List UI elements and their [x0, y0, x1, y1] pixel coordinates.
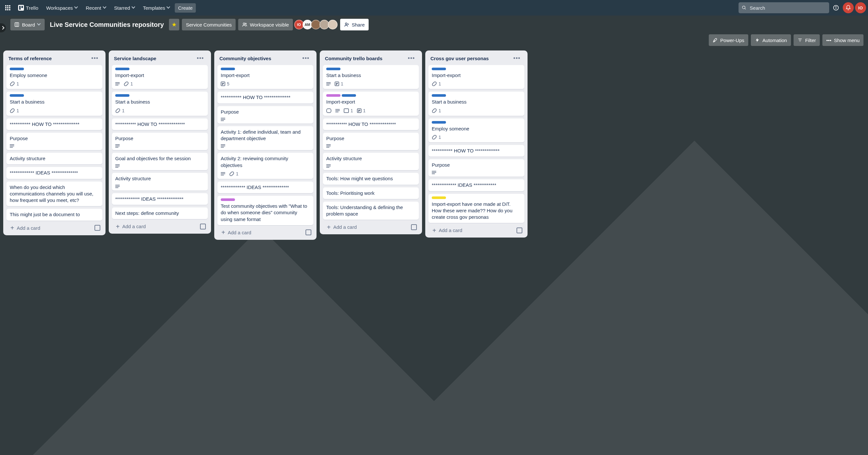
card[interactable]: Activity structure [6, 153, 102, 164]
trello-icon [221, 82, 225, 86]
card-label-blue[interactable] [115, 68, 129, 70]
add-card-button[interactable]: +Add a card [8, 224, 94, 232]
card[interactable]: Import-export5 [217, 65, 313, 89]
card-template-button[interactable] [94, 225, 100, 231]
card[interactable]: *********** HOW TO ************** [6, 118, 102, 130]
card-label-blue[interactable] [326, 68, 340, 70]
nav-workspaces[interactable]: Workspaces [43, 3, 81, 12]
logo[interactable]: Trello [15, 3, 42, 12]
card-label-blue[interactable] [10, 94, 24, 97]
card-template-button[interactable] [200, 223, 206, 230]
info-button[interactable] [831, 2, 841, 13]
card[interactable]: ************* IDEAS ************** [6, 167, 102, 179]
list-title[interactable]: Cross gov user personas [430, 56, 489, 61]
card[interactable]: Purpose [112, 133, 208, 150]
card[interactable]: Import-export1 [429, 65, 524, 89]
member-avatar[interactable] [328, 20, 338, 29]
card-template-button[interactable] [517, 228, 522, 233]
list-menu-button[interactable]: ••• [512, 54, 522, 62]
card[interactable]: Purpose [6, 133, 102, 150]
card-template-button[interactable] [306, 230, 311, 235]
card[interactable]: Activity structure [323, 153, 419, 170]
card[interactable]: Test community objectives with "What to … [217, 196, 313, 225]
card[interactable]: Start a business1 [112, 92, 208, 116]
card[interactable]: ************* IDEAS ************** [217, 182, 313, 193]
board-canvas[interactable]: Terms of reference•••Employ someone1Star… [0, 49, 868, 455]
card[interactable]: This might just be a document to [6, 209, 102, 220]
card[interactable]: Import-export have one made at DiT. How … [429, 194, 524, 223]
card[interactable]: Goal and objectives for the session [112, 153, 208, 170]
board-members[interactable]: IO AM [296, 20, 338, 29]
card-title: Import-export [221, 72, 310, 79]
card[interactable]: Start a business1 [429, 92, 524, 116]
search-input[interactable] [749, 5, 826, 11]
card-label-blue[interactable] [432, 94, 446, 97]
card[interactable]: *********** HOW TO ************** [112, 118, 208, 130]
app-switcher[interactable] [2, 3, 13, 12]
notifications-button[interactable] [843, 2, 854, 13]
card[interactable]: ************* IDEAS ************** [112, 193, 208, 205]
list-menu-button[interactable]: ••• [195, 54, 206, 62]
view-switcher[interactable]: Board [10, 19, 45, 30]
list-menu-button[interactable]: ••• [300, 54, 311, 62]
list-title[interactable]: Community trello boards [325, 56, 382, 61]
card[interactable]: Tools: Prioritising work [323, 187, 419, 199]
show-menu-button[interactable]: ••• Show menu [823, 34, 864, 46]
card[interactable]: Purpose [217, 106, 313, 124]
card[interactable]: Activity 2: reviewing community objectiv… [217, 153, 313, 179]
card-label-blue[interactable] [115, 94, 129, 97]
card-badge-desc [115, 82, 120, 85]
card[interactable]: Import-export11 [323, 92, 419, 116]
card[interactable]: Activity 1: define individual, team and … [217, 126, 313, 150]
power-ups-button[interactable]: Power-Ups [709, 34, 748, 46]
list-menu-button[interactable]: ••• [406, 54, 417, 62]
card-label-blue[interactable] [10, 68, 24, 70]
card[interactable]: Import-export1 [112, 65, 208, 89]
card-label-purple[interactable] [221, 199, 235, 201]
add-card-button[interactable]: +Add a card [114, 222, 200, 231]
user-avatar[interactable]: IO [855, 2, 866, 13]
card-label-blue[interactable] [432, 121, 446, 124]
card-label-blue[interactable] [342, 94, 356, 97]
card[interactable]: Tools: How might we questions [323, 173, 419, 184]
add-card-button[interactable]: +Add a card [325, 223, 411, 231]
card-label-yellow[interactable] [432, 196, 446, 199]
list-title[interactable]: Community objectives [219, 56, 271, 61]
create-button[interactable]: Create [175, 3, 196, 12]
card[interactable]: Start a business1 [6, 92, 102, 116]
card[interactable]: Activity structure [112, 173, 208, 190]
workspace-link[interactable]: Service Communities [182, 19, 236, 30]
card[interactable]: ************* IDEAS ************ [429, 179, 524, 191]
card-label-blue[interactable] [432, 68, 446, 70]
list-title[interactable]: Terms of reference [8, 56, 52, 61]
add-card-button[interactable]: +Add a card [219, 229, 306, 237]
board-title[interactable]: Live Service Communities repository [47, 20, 166, 30]
chevron-down-icon [75, 6, 78, 9]
filter-button[interactable]: Filter [794, 34, 820, 46]
card[interactable]: Tools: Understanding & defining the prob… [323, 202, 419, 220]
card[interactable]: Purpose [323, 133, 419, 150]
share-button[interactable]: Share [340, 19, 369, 30]
nav-starred[interactable]: Starred [111, 3, 138, 12]
card[interactable]: Purpose [429, 159, 524, 177]
card[interactable]: Employ someone1 [6, 65, 102, 89]
card[interactable]: Employ someone1 [429, 118, 524, 142]
search-box[interactable] [739, 2, 829, 13]
star-button[interactable]: ★ [169, 19, 179, 30]
nav-templates[interactable]: Templates [140, 3, 174, 12]
card[interactable]: *********** HOW TO ************* [429, 145, 524, 157]
card-label-purple[interactable] [326, 94, 340, 97]
card[interactable]: Start a business1 [323, 65, 419, 89]
nav-recent[interactable]: Recent [83, 3, 110, 12]
card[interactable]: *********** HOW TO ************** [323, 118, 419, 130]
card-template-button[interactable] [411, 224, 417, 230]
card[interactable]: When do you decid which communications c… [6, 182, 102, 207]
card-label-blue[interactable] [221, 68, 235, 70]
add-card-button[interactable]: +Add a card [430, 226, 517, 234]
list-title[interactable]: Service landscape [114, 56, 156, 61]
visibility-button[interactable]: Workspace visible [238, 19, 293, 30]
card[interactable]: Next steps: define community [112, 207, 208, 219]
automation-button[interactable]: Automation [751, 34, 791, 46]
card[interactable]: *********** HOW TO ************** [217, 92, 313, 103]
list-menu-button[interactable]: ••• [89, 54, 100, 62]
